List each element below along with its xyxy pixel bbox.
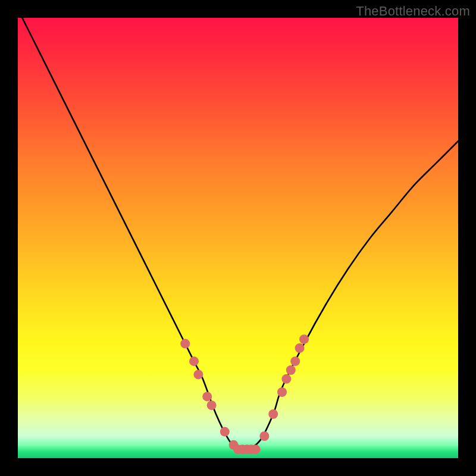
curve-layer (18, 18, 458, 458)
data-marker (295, 343, 305, 353)
data-marker (290, 356, 300, 366)
plot-area (18, 18, 458, 458)
data-marker (286, 365, 296, 375)
data-marker (180, 339, 190, 349)
data-marker (259, 431, 269, 441)
data-marker (277, 387, 287, 397)
data-marker (220, 427, 230, 437)
chart-frame: TheBottleneck.com (0, 0, 476, 476)
data-marker (202, 392, 212, 401)
data-marker (281, 374, 291, 384)
bottleneck-curve (18, 18, 458, 450)
data-marker (193, 369, 203, 379)
data-marker (207, 400, 217, 410)
data-marker (299, 334, 309, 344)
data-marker (268, 409, 278, 419)
watermark-text: TheBottleneck.com (356, 4, 470, 19)
data-marker (251, 444, 261, 454)
data-marker (189, 356, 199, 366)
